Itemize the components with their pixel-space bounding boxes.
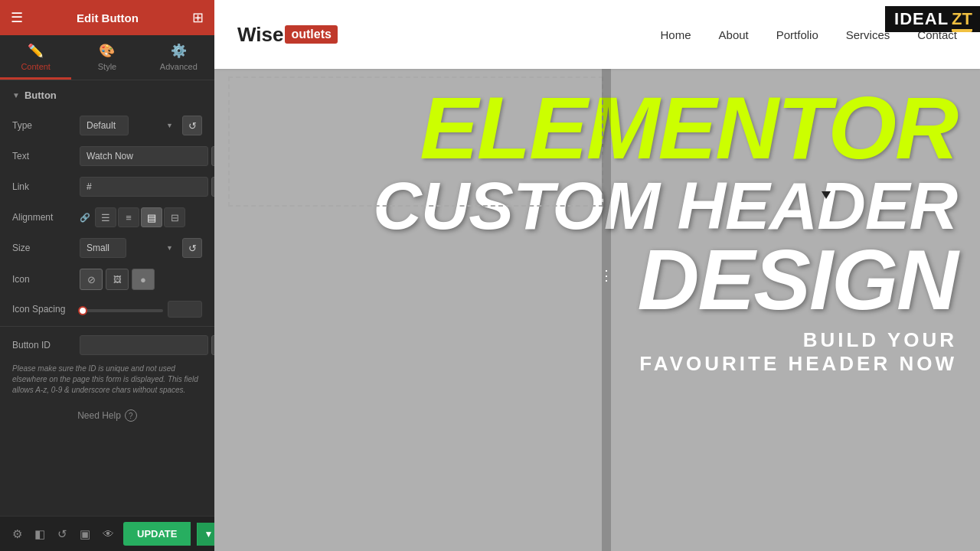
hero-canvas: ELEMENTOR CUSTOM HEADER DESIGN BUILD YOU… [214,69,980,551]
footer-responsive-btn[interactable]: ▣ [77,524,93,544]
panel-header: ☰ Edit Button ⊞ [0,0,214,35]
icon-spacing-control [80,301,202,318]
type-reset-btn[interactable]: ↺ [182,116,202,135]
link-row: Link ⚙ ✕ [0,171,214,202]
text-row: Text ⚡ [0,141,214,171]
panel-title: Edit Button [77,11,139,24]
help-circle-icon: ? [125,409,137,422]
tab-style[interactable]: 🎨 Style [71,35,142,80]
link-input[interactable] [80,177,208,197]
hero-subtitle: BUILD YOUR FAVOURITE HEADER NOW [639,328,957,376]
footer-preview-btn[interactable]: 👁 [100,524,117,543]
icon-spacing-input[interactable] [168,301,202,318]
text-input[interactable] [80,146,208,166]
size-control: XS Small Medium Large XL ↺ [80,238,202,258]
tab-advanced[interactable]: ⚙️ Advanced [143,35,214,80]
align-left-btn[interactable]: ☰ [95,207,116,227]
section-arrow: ▼ [12,91,20,99]
icon-control: ⊘ 🖼 ● [80,269,202,290]
resize-handle[interactable] [602,0,611,551]
text-control: ⚡ [80,146,214,166]
hamburger-icon[interactable]: ☰ [11,9,23,26]
site-header: Wise outlets Home About Portfolio Servic… [214,0,980,69]
size-row: Size XS Small Medium Large XL ↺ [0,233,214,263]
button-id-control: ⚡ [80,335,214,355]
align-right-btn[interactable]: ▤ [141,207,162,227]
need-help-label: Need Help [77,410,121,421]
icon-label: Icon [12,274,74,285]
size-select[interactable]: XS Small Medium Large XL [80,238,126,258]
footer-history-btn[interactable]: ↺ [54,524,70,544]
button-id-note: Please make sure the ID is unique and no… [0,360,214,403]
watermark-ideal: IDEAL [894,9,949,29]
align-center-btn[interactable]: ≡ [118,207,139,227]
nav-services[interactable]: Services [846,28,890,41]
icon-dark-btn[interactable]: ● [132,269,155,290]
style-icon: 🎨 [99,43,115,59]
grid-icon[interactable]: ⊞ [192,9,204,26]
selection-box [228,77,603,207]
link-label: Link [12,181,74,192]
link-control: ⚙ ✕ [80,177,214,197]
footer-layers-btn[interactable]: ◧ [31,524,48,544]
alignment-label: Alignment [12,212,74,223]
hero-subtitle1: BUILD YOUR [639,328,957,352]
site-logo: Wise outlets [237,23,338,47]
left-panel: ☰ Edit Button ⊞ ✏️ Content 🎨 Style ⚙️ Ad… [0,0,214,551]
alignment-link-icon: 🔗 [80,213,90,223]
alignment-row: Alignment 🔗 ☰ ≡ ▤ ⊟ [0,202,214,233]
content-icon: ✏️ [28,43,44,59]
icon-spacing-label: Icon Spacing [12,304,74,315]
alignment-control: 🔗 ☰ ≡ ▤ ⊟ [80,207,202,227]
tab-content[interactable]: ✏️ Content [0,35,71,80]
logo-wise: Wise [237,23,283,47]
icon-spacing-row: Icon Spacing [0,295,214,323]
update-button[interactable]: UPDATE [123,522,191,546]
nav-home[interactable]: Home [661,28,691,41]
panel-content: ▼ Button Type Default Info Success Warni… [0,80,214,516]
button-id-row: Button ID ⚡ [0,330,214,360]
hero-line3: DESIGN [638,240,957,321]
align-justify-btn[interactable]: ⊟ [164,207,185,227]
need-help-row[interactable]: Need Help ? [0,403,214,428]
type-label: Type [12,120,74,131]
type-row: Type Default Info Success Warning Danger… [0,110,214,141]
advanced-icon: ⚙️ [171,43,187,59]
icon-library-btn[interactable]: 🖼 [106,269,129,290]
button-section-header[interactable]: ▼ Button [0,80,214,110]
footer-settings-btn[interactable]: ⚙ [9,524,25,544]
logo-outlets: outlets [285,25,337,44]
nav-about[interactable]: About [719,28,749,41]
type-select[interactable]: Default Info Success Warning Danger [80,116,129,135]
nav-portfolio[interactable]: Portfolio [776,28,818,41]
alignment-group: ☰ ≡ ▤ ⊟ [95,207,185,227]
watermark-zt: ZT [952,9,972,29]
size-select-wrapper: XS Small Medium Large XL [80,238,179,258]
panel-tabs: ✏️ Content 🎨 Style ⚙️ Advanced [0,35,214,80]
size-label: Size [12,243,74,253]
main-canvas-area: Wise outlets Home About Portfolio Servic… [214,0,980,551]
type-select-wrapper: Default Info Success Warning Danger [80,116,179,135]
watermark: IDEAL ZT [885,6,980,32]
hero-subtitle2: FAVOURITE HEADER NOW [639,352,957,376]
icon-row: Icon ⊘ 🖼 ● [0,263,214,295]
size-reset-btn[interactable]: ↺ [182,238,202,258]
button-id-input[interactable] [80,335,208,355]
type-control: Default Info Success Warning Danger ↺ [80,116,202,135]
text-label: Text [12,151,74,161]
section-label: Button [24,90,57,101]
panel-footer: ⚙ ◧ ↺ ▣ 👁 UPDATE ▼ [0,516,214,551]
button-id-label: Button ID [12,340,74,350]
icon-none-btn[interactable]: ⊘ [80,269,103,290]
cursor [822,191,831,201]
